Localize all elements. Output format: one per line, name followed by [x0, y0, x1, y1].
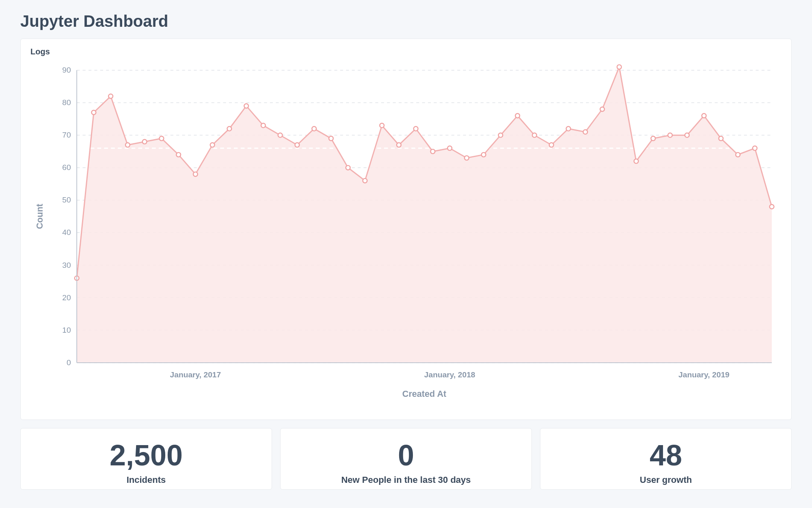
stat-value: 0 — [289, 441, 523, 470]
svg-point-48 — [532, 133, 537, 138]
svg-point-52 — [600, 107, 605, 112]
stat-value: 48 — [549, 441, 783, 470]
svg-point-39 — [380, 123, 384, 128]
svg-point-36 — [329, 136, 333, 141]
svg-text:80: 80 — [62, 98, 71, 107]
chart-card: Logs 0102030405060708090January, 2017Jan… — [20, 39, 792, 420]
page-title: Jupyter Dashboard — [20, 12, 792, 30]
svg-point-32 — [261, 123, 266, 128]
svg-point-30 — [227, 127, 231, 131]
svg-point-41 — [414, 127, 418, 131]
svg-point-49 — [549, 143, 554, 147]
stat-value: 2,500 — [29, 441, 263, 470]
svg-text:Count: Count — [35, 204, 45, 229]
svg-text:70: 70 — [62, 131, 71, 139]
svg-point-33 — [278, 133, 283, 138]
svg-point-26 — [159, 136, 164, 141]
line-chart[interactable]: 0102030405060708090January, 2017January,… — [30, 60, 782, 411]
chart-title: Logs — [30, 47, 782, 56]
svg-text:30: 30 — [62, 261, 71, 269]
svg-point-62 — [770, 204, 774, 209]
svg-point-42 — [431, 149, 435, 154]
stat-label: New People in the last 30 days — [289, 475, 523, 485]
svg-point-47 — [515, 114, 520, 118]
svg-text:0: 0 — [67, 358, 71, 367]
svg-point-50 — [566, 127, 571, 131]
svg-text:60: 60 — [62, 163, 71, 172]
svg-point-28 — [193, 172, 198, 177]
stat-card-user-growth: 48 User growth — [540, 428, 792, 490]
chart-area: 0102030405060708090January, 2017January,… — [30, 60, 782, 411]
svg-text:90: 90 — [62, 66, 71, 74]
svg-point-27 — [176, 153, 181, 157]
svg-point-31 — [244, 104, 248, 108]
svg-text:January, 2017: January, 2017 — [170, 370, 221, 379]
svg-text:20: 20 — [62, 293, 71, 302]
svg-point-24 — [125, 143, 130, 147]
svg-point-51 — [583, 130, 587, 134]
stat-card-new-people: 0 New People in the last 30 days — [280, 428, 532, 490]
stat-label: Incidents — [29, 475, 263, 485]
stat-card-incidents: 2,500 Incidents — [20, 428, 272, 490]
svg-text:40: 40 — [62, 228, 71, 237]
svg-point-55 — [651, 136, 655, 141]
svg-text:10: 10 — [62, 326, 71, 334]
svg-point-56 — [668, 133, 672, 138]
svg-point-57 — [685, 133, 689, 138]
svg-text:Created At: Created At — [402, 389, 446, 399]
svg-point-25 — [143, 140, 147, 144]
svg-point-40 — [397, 143, 401, 147]
svg-point-58 — [702, 114, 706, 118]
svg-point-54 — [634, 159, 639, 164]
svg-point-29 — [210, 143, 215, 147]
svg-point-45 — [482, 153, 486, 157]
svg-point-37 — [346, 166, 350, 170]
svg-point-44 — [464, 156, 469, 160]
svg-point-22 — [91, 110, 96, 115]
stat-label: User growth — [549, 475, 783, 485]
svg-text:January, 2018: January, 2018 — [424, 370, 475, 379]
svg-point-38 — [363, 179, 367, 183]
stats-row: 2,500 Incidents 0 New People in the last… — [20, 428, 792, 490]
svg-text:50: 50 — [62, 196, 71, 204]
svg-text:January, 2019: January, 2019 — [678, 370, 730, 379]
svg-point-61 — [753, 146, 757, 151]
svg-point-60 — [736, 153, 740, 157]
svg-point-46 — [499, 133, 503, 138]
svg-point-35 — [312, 127, 316, 131]
svg-point-34 — [295, 143, 300, 147]
svg-point-53 — [617, 65, 622, 69]
svg-point-43 — [447, 146, 452, 151]
svg-point-23 — [108, 94, 113, 99]
svg-point-59 — [719, 136, 723, 141]
